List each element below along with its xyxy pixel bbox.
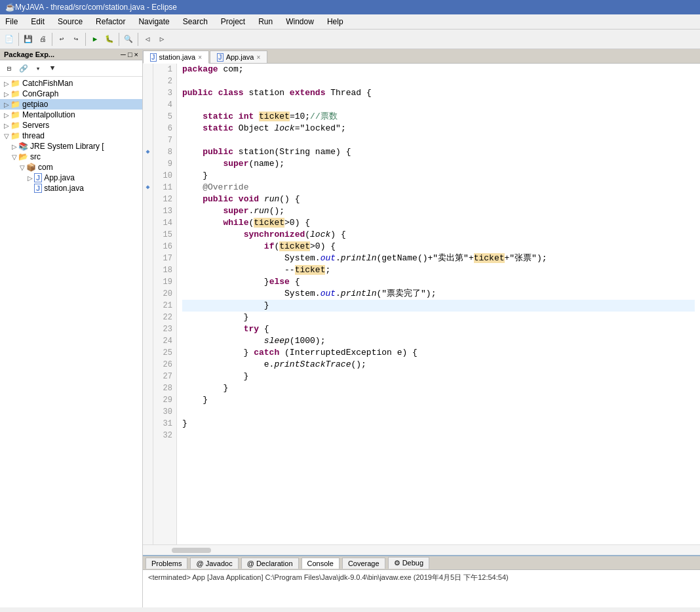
line-number: 10 (157, 170, 172, 182)
bottom-tab-@-javadoc[interactable]: @ Javadoc (190, 558, 238, 569)
tb-print[interactable]: 🖨 (36, 33, 49, 46)
pe-menu[interactable]: ▾ (31, 62, 45, 75)
pe-view-menu[interactable]: ▼ (46, 62, 59, 75)
tree-icon: 📁 (10, 79, 20, 88)
code-line: if(ticket>0) { (182, 241, 695, 253)
line-number: 9 (157, 158, 172, 170)
tree-item-src[interactable]: ▽📂src (0, 152, 142, 162)
pe-collapse[interactable]: ⊟ (3, 62, 16, 75)
line-marker (143, 99, 153, 111)
bottom-tab-⚙-debug[interactable]: ⚙ Debug (388, 557, 429, 569)
tree-label: Servers (22, 121, 49, 130)
menu-item-window[interactable]: Window (283, 16, 317, 28)
menu-bar: FileEditSourceRefactorNavigateSearchProj… (0, 14, 700, 30)
tree-icon: J (34, 184, 42, 193)
tree-item-mentalpollution[interactable]: ▷📁Mentalpollution (0, 110, 142, 120)
line-marker (143, 158, 153, 170)
tree-arrow: ▷ (3, 80, 10, 87)
tree-label: ConGraph (22, 89, 58, 98)
tb-new[interactable]: 📄 (3, 33, 16, 46)
line-number: 19 (157, 276, 172, 288)
menu-item-edit[interactable]: Edit (28, 16, 47, 28)
bottom-tab-console[interactable]: Console (301, 558, 340, 569)
tree-label: CatchFishMan (22, 79, 73, 88)
tab-station_java[interactable]: Jstation.java× (143, 51, 209, 64)
bottom-tabs: Problems@ Javadoc@ DeclarationConsoleCov… (143, 556, 700, 570)
tree-item-getpiao[interactable]: ▷📁getpiao (0, 99, 142, 110)
pe-toolbar: ⊟ 🔗 ▾ ▼ (0, 60, 142, 77)
line-marker (143, 418, 153, 430)
pe-minimize[interactable]: ─ (121, 51, 126, 58)
line-marker (143, 312, 153, 323)
line-marker (143, 87, 153, 99)
bottom-tab-@-declaration[interactable]: @ Declaration (241, 558, 299, 569)
line-marker (143, 359, 153, 371)
tree-item-thread[interactable]: ▽📁thread (0, 131, 142, 141)
tree-item-app.java[interactable]: ▷JApp.java (0, 173, 142, 183)
tb-redo[interactable]: ↪ (69, 33, 83, 46)
menu-item-navigate[interactable]: Navigate (136, 16, 172, 28)
bottom-tab-problems[interactable]: Problems (146, 558, 187, 569)
line-number: 6 (157, 123, 172, 134)
tab-close[interactable]: × (198, 54, 202, 61)
window-title: MyJAVA - thread/src/com/station.java - E… (15, 3, 177, 12)
tb-prev[interactable]: ◁ (141, 33, 154, 46)
code-content[interactable]: package com;public class station extends… (177, 64, 700, 544)
tree-item-congraph[interactable]: ▷📁ConGraph (0, 89, 142, 99)
tab-App_java[interactable]: JApp.java× (210, 51, 267, 63)
menu-item-project[interactable]: Project (218, 16, 248, 28)
line-number: 27 (157, 371, 172, 382)
code-line: sleep(1000); (182, 335, 695, 347)
tree-label: src (30, 152, 41, 161)
tree-item-catchfishman[interactable]: ▷📁CatchFishMan (0, 78, 142, 89)
pe-close[interactable]: × (134, 51, 138, 58)
code-line: System.out.println("票卖完了"); (182, 288, 695, 300)
pe-header: Package Exp... ─ □ × (0, 49, 142, 60)
editor-area: Jstation.java×JApp.java× ◆◆ 123456789101… (143, 49, 700, 555)
line-marker (143, 347, 153, 359)
tab-close[interactable]: × (256, 54, 260, 61)
tree-item-servers[interactable]: ▷📁Servers (0, 120, 142, 131)
pe-maximize[interactable]: □ (128, 51, 132, 58)
code-editor[interactable]: ◆◆ 1234567891011121314151617181920212223… (143, 64, 700, 544)
line-number: 21 (157, 300, 172, 312)
h-scrollbar[interactable] (172, 548, 211, 553)
code-line (182, 134, 695, 146)
line-number: 7 (157, 134, 172, 146)
menu-item-source[interactable]: Source (55, 16, 85, 28)
line-number: 4 (157, 99, 172, 111)
line-marker (143, 75, 153, 87)
tree-arrow: ▷ (3, 101, 10, 108)
code-line: public class station extends Thread { (182, 87, 695, 99)
tree-item-station.java[interactable]: Jstation.java (0, 183, 142, 194)
tree-label: Mentalpollution (22, 110, 75, 119)
console-content: <terminated> App [Java Application] C:\P… (143, 570, 700, 607)
menu-item-search[interactable]: Search (180, 16, 210, 28)
code-line: System.out.println(getName()+"卖出第"+ticke… (182, 253, 695, 264)
line-marker (143, 205, 153, 217)
tree-item-com[interactable]: ▽📦com (0, 162, 142, 173)
menu-item-refactor[interactable]: Refactor (93, 16, 128, 28)
line-number: 20 (157, 288, 172, 300)
menu-item-file[interactable]: File (3, 16, 20, 28)
tree-item-jre-system-library-[[interactable]: ▷📚JRE System Library [ (0, 141, 142, 152)
code-line: } (182, 170, 695, 182)
tb-run[interactable]: ▶ (88, 33, 102, 46)
pe-title: Package Exp... (4, 51, 54, 58)
line-number: 5 (157, 111, 172, 123)
tb-debug[interactable]: 🐛 (103, 33, 116, 46)
bottom-tab-coverage[interactable]: Coverage (342, 558, 385, 569)
menu-item-run[interactable]: Run (256, 16, 275, 28)
menu-item-help[interactable]: Help (324, 16, 346, 28)
pe-link[interactable]: 🔗 (17, 62, 30, 75)
tb-save[interactable]: 💾 (22, 33, 35, 46)
line-markers: ◆◆ (143, 64, 153, 544)
tree-arrow: ▷ (3, 122, 10, 129)
tb-next[interactable]: ▷ (155, 33, 168, 46)
line-number: 16 (157, 241, 172, 253)
tb-undo[interactable]: ↩ (55, 33, 68, 46)
code-line: --ticket; (182, 264, 695, 276)
line-marker (143, 276, 153, 288)
line-marker: ◆ (143, 146, 153, 158)
tb-search[interactable]: 🔍 (122, 33, 135, 46)
